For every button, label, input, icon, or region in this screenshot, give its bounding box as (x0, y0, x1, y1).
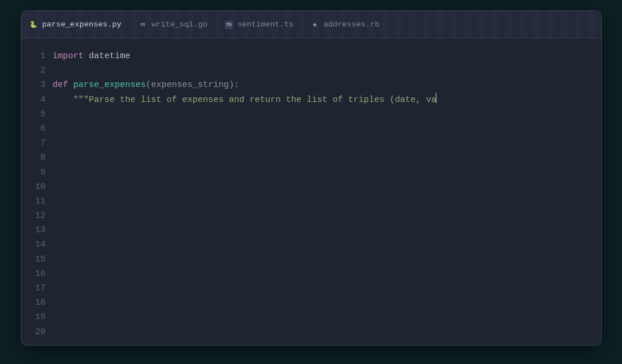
line-number: 20 (21, 325, 46, 339)
line-number: 3 (21, 78, 46, 92)
text-cursor (436, 93, 436, 103)
line-number: 13 (21, 223, 46, 237)
go-icon (139, 21, 147, 29)
indent (52, 95, 73, 105)
line-number-gutter: 1 2 3 4 5 6 7 8 9 10 11 12 13 14 15 16 1… (21, 49, 52, 345)
tab-label: sentiment.ts (238, 20, 293, 29)
tab-label: write_sql.go (152, 20, 208, 29)
keyword-import: import (52, 51, 84, 61)
line-number: 17 (21, 281, 46, 295)
code-content[interactable]: import datetimedef parse_expenses(expens… (52, 49, 601, 345)
code-area[interactable]: 1 2 3 4 5 6 7 8 9 10 11 12 13 14 15 16 1… (21, 39, 601, 345)
line-number: 11 (21, 194, 46, 208)
ts-icon (225, 21, 233, 29)
line-number: 9 (21, 165, 46, 180)
line-number: 16 (21, 267, 46, 281)
line-number: 19 (21, 310, 46, 324)
paren-open: ( (146, 80, 151, 90)
line-number: 4 (21, 93, 46, 107)
param-name: expenses_string (151, 80, 229, 90)
tab-addresses[interactable]: addresses.rb (308, 17, 382, 32)
docstring: """Parse the list of expenses and return… (73, 95, 436, 105)
line-number: 10 (21, 180, 46, 194)
line-number: 14 (21, 237, 46, 252)
editor-window: parse_expenses.py write_sql.go sentiment… (21, 10, 602, 346)
tab-sentiment[interactable]: sentiment.ts (223, 17, 296, 32)
paren-close-colon: ): (229, 80, 239, 90)
tab-bar: parse_expenses.py write_sql.go sentiment… (21, 11, 601, 39)
module-datetime: datetime (89, 51, 130, 61)
tab-label: parse_expenses.py (42, 20, 122, 29)
line-number: 2 (21, 63, 46, 78)
keyword-def: def (52, 80, 68, 90)
line-number: 12 (21, 208, 46, 223)
tab-write-sql[interactable]: write_sql.go (137, 17, 210, 32)
line-number: 1 (21, 49, 46, 63)
line-number: 5 (21, 107, 46, 122)
function-name: parse_expenses (73, 80, 146, 90)
tab-label: addresses.rb (323, 20, 379, 29)
line-number: 7 (21, 136, 46, 150)
python-icon (29, 21, 37, 29)
line-number: 18 (21, 295, 46, 310)
tab-parse-expenses[interactable]: parse_expenses.py (27, 17, 124, 32)
line-number: 6 (21, 122, 46, 136)
line-number: 15 (21, 252, 46, 267)
ruby-icon (311, 21, 319, 29)
line-number: 8 (21, 150, 46, 165)
